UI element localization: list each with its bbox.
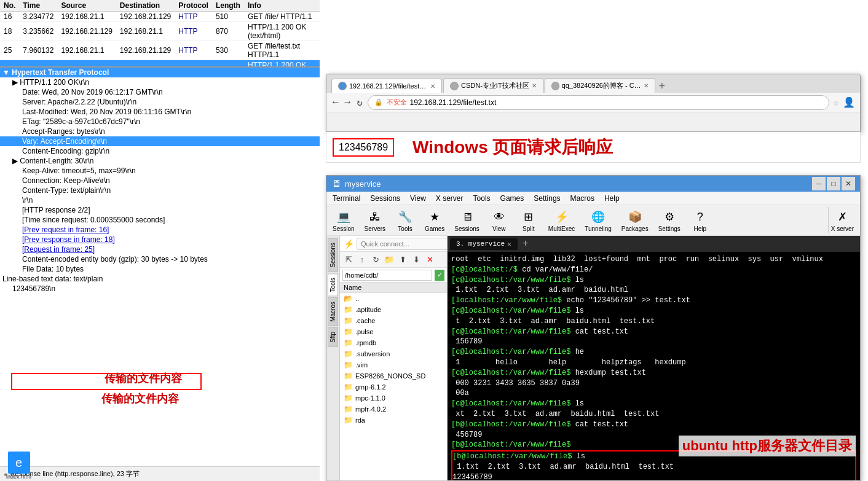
toolbar-packages[interactable]: 📦 Packages — [619, 207, 651, 233]
file-browser-item[interactable]: 📁.cache — [340, 315, 447, 326]
protocol-item[interactable]: Server: Apache/2.2.22 (Ubuntu)\r\n — [0, 97, 320, 107]
protocol-item[interactable]: Content-Encoding: gzip\r\n — [0, 146, 320, 156]
toolbar-split[interactable]: ⊞ Split — [516, 207, 541, 233]
toolbar-games[interactable]: ★ Games — [422, 207, 447, 233]
profile-button[interactable]: 👤 — [843, 96, 855, 109]
protocol-item[interactable]: 123456789\n — [0, 284, 320, 294]
toolbar-tools[interactable]: 🔧 Tools — [393, 207, 417, 233]
protocol-item[interactable]: \r\n — [0, 195, 320, 205]
file-path-input[interactable] — [342, 270, 432, 281]
term-line-22: 123456789 — [452, 472, 855, 480]
sidebar-tab-sessions[interactable]: Sessions — [328, 238, 338, 272]
bookmark-button[interactable]: ☆ — [833, 96, 839, 109]
browser-tab[interactable]: CSDN-专业IT技术社区✕ — [443, 78, 543, 93]
toolbar-servers[interactable]: 🖧 Servers — [362, 207, 388, 233]
browser-toolbar: ← → ↻ 🔒 不安全 192.168.21.129/file/test.txt… — [326, 93, 860, 112]
toolbar-multiexec[interactable]: ⚡ MultiExec — [546, 207, 577, 233]
file-browser-item[interactable]: 📁.pulse — [340, 326, 447, 337]
minimize-button[interactable]: ─ — [812, 177, 826, 190]
file-browser-item[interactable]: 📁gmp-6.1.2 — [340, 381, 447, 393]
settings-icon: ⚙ — [661, 208, 678, 225]
maximize-button[interactable]: □ — [827, 177, 840, 190]
menu-sessions[interactable]: Sessions — [366, 194, 404, 203]
file-browser-item[interactable]: 📂.. — [340, 293, 447, 304]
forward-button[interactable]: → — [344, 96, 352, 109]
table-row[interactable]: 183.235662192.168.21.129192.168.21.1HTTP… — [0, 22, 320, 41]
file-browser-item[interactable]: 📁.vim — [340, 359, 447, 370]
fb-new-folder-button[interactable]: 📁 — [383, 254, 395, 266]
new-tab-button[interactable]: + — [659, 80, 666, 93]
protocol-item[interactable]: ▶ HTTP/1.1 200 OK\r\n — [0, 77, 320, 87]
toolbar-tunneling[interactable]: 🌐 Tunneling — [582, 207, 614, 233]
protocol-item[interactable]: Keep-Alive: timeout=5, max=99\r\n — [0, 166, 320, 176]
protocol-item[interactable]: ETag: "2589c-a-597c10c67dc97"\r\n — [0, 117, 320, 127]
toolbar-session[interactable]: 💻 Session — [330, 207, 357, 233]
reload-button[interactable]: ↻ — [355, 95, 364, 110]
file-path-ok-button[interactable]: ✓ — [435, 270, 444, 281]
sidebar-tab-tools[interactable]: Tools — [328, 273, 338, 296]
fb-home-button[interactable]: ⇱ — [342, 254, 355, 266]
file-browser-item[interactable]: 📁mpfr-4.0.2 — [340, 404, 447, 415]
help-icon: ? — [692, 208, 709, 225]
menu-terminal[interactable]: Terminal — [329, 194, 364, 203]
fb-refresh-button[interactable]: ↻ — [369, 254, 382, 266]
browser-page-content: 123456789 Windows 页面请求后响应 — [326, 132, 861, 163]
fb-delete-button[interactable]: ✕ — [424, 254, 436, 266]
protocol-item[interactable]: File Data: 10 bytes — [0, 264, 320, 274]
protocol-item[interactable]: Line-based text data: text/plain — [0, 274, 320, 284]
menu-macros[interactable]: Macros — [567, 194, 598, 203]
menu-games[interactable]: Games — [497, 194, 528, 203]
menu-view[interactable]: View — [406, 194, 430, 203]
protocol-item[interactable]: ▶ Content-Length: 30\r\n — [0, 156, 320, 166]
toolbar-settings[interactable]: ⚙ Settings — [656, 207, 683, 233]
browser-tab[interactable]: qq_38240926的博客 - CSDN✕ — [545, 78, 655, 93]
terminal-tab-close[interactable]: ✕ — [507, 240, 511, 248]
file-browser-item[interactable]: 📁.subversion — [340, 348, 447, 359]
protocol-item[interactable]: [Time since request: 0.000355000 seconds… — [0, 215, 320, 225]
protocol-item[interactable]: [Request in frame: 25] — [0, 244, 320, 254]
protocol-item[interactable]: Vary: Accept-Encoding\r\n — [0, 136, 320, 146]
table-row[interactable]: 257.960132192.168.21.1192.168.21.129HTTP… — [0, 41, 320, 60]
menu-tools[interactable]: Tools — [470, 194, 494, 203]
protocol-item[interactable]: Accept-Ranges: bytes\r\n — [0, 127, 320, 136]
address-bar[interactable]: 🔒 不安全 192.168.21.129/file/test.txt — [368, 95, 830, 110]
file-browser-item[interactable]: 📁rda — [340, 415, 447, 426]
file-browser-item[interactable]: 📁ESP8266_NONOS_SD — [340, 370, 447, 381]
protocol-item[interactable]: Content-encoded entity body (gzip): 30 b… — [0, 254, 320, 264]
protocol-item[interactable]: Content-Type: text/plain\r\n — [0, 186, 320, 195]
sidebar-tab-macros[interactable]: Macros — [328, 297, 338, 326]
protocol-item[interactable]: Date: Wed, 20 Nov 2019 06:12:17 GMT\r\n — [0, 87, 320, 97]
quick-connect-input[interactable] — [357, 238, 448, 250]
menu-help[interactable]: Help — [601, 194, 623, 203]
sessions-icon: 🖥 — [459, 208, 476, 225]
protocol-item[interactable]: Connection: Keep-Alive\r\n — [0, 176, 320, 186]
split-icon: ⊞ — [520, 208, 537, 225]
fb-up-button[interactable]: ↑ — [356, 254, 368, 266]
file-browser-item[interactable]: 📁mpc-1.1.0 — [340, 393, 447, 404]
menu-settings[interactable]: Settings — [530, 194, 564, 203]
terminal-tab-myservice[interactable]: 3. myservice ✕ — [450, 238, 518, 250]
menu-xserver[interactable]: X server — [432, 194, 467, 203]
protocol-item[interactable]: [Prev response in frame: 18] — [0, 235, 320, 244]
fb-upload-button[interactable]: ⬆ — [397, 254, 409, 266]
browser-tab[interactable]: 192.168.21.129/file/test.txt✕ — [331, 79, 442, 93]
toolbar-xserver[interactable]: ✗ X server — [828, 207, 856, 233]
term-line-11: 1 hello help helpztags hexdump — [451, 358, 856, 368]
close-button[interactable]: ✕ — [842, 177, 855, 190]
protocol-item[interactable]: Last-Modified: Wed, 20 Nov 2019 06:11:16… — [0, 107, 320, 117]
term-line-17: [b@localhost:/var/www/file$ cat test.txt — [451, 420, 856, 430]
toolbar-sessions[interactable]: 🖥 Sessions — [452, 207, 482, 233]
index-icon[interactable]: e index.html — [6, 452, 31, 480]
protocol-item[interactable]: ▼ Hypertext Transfer Protocol — [0, 68, 320, 77]
file-browser-item[interactable]: 📁.aptitude — [340, 304, 447, 315]
back-button[interactable]: ← — [331, 96, 340, 109]
new-terminal-tab-button[interactable]: + — [519, 238, 532, 249]
table-row[interactable]: 163.234772192.168.21.1192.168.21.129HTTP… — [0, 12, 320, 22]
protocol-item[interactable]: [HTTP response 2/2] — [0, 205, 320, 215]
protocol-item[interactable]: [Prev request in frame: 16] — [0, 225, 320, 235]
fb-download-button[interactable]: ⬇ — [410, 254, 422, 266]
toolbar-help[interactable]: ? Help — [688, 207, 712, 233]
toolbar-view[interactable]: 👁 View — [487, 207, 511, 233]
sidebar-tab-sftp[interactable]: Sftp — [328, 327, 338, 347]
file-browser-item[interactable]: 📁.rpmdb — [340, 337, 447, 348]
